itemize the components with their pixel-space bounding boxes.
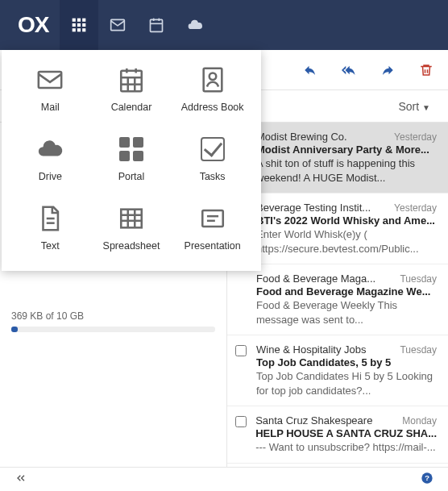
svg-rect-10 xyxy=(151,19,163,31)
message-preview: --- Want to unsubscribe? https://mail-..… xyxy=(255,440,437,455)
launcher-spreadsheet[interactable]: Spreadsheet xyxy=(91,205,172,252)
trash-icon xyxy=(419,63,433,77)
message-subject: BTI's 2022 World Whisky and Ame... xyxy=(256,214,437,227)
message-row[interactable]: Food & Beverage Maga...TuesdayFood and B… xyxy=(227,264,448,335)
app-launcher-panel: Mail Calendar Address Book Drive Portal … xyxy=(2,50,261,271)
sort-button[interactable]: Sort▼ xyxy=(398,100,430,113)
footer-bar: ? xyxy=(0,467,448,491)
reply-all-icon xyxy=(342,63,356,77)
delete-button[interactable] xyxy=(419,63,433,77)
quota-text: 369 KB of 10 GB xyxy=(11,310,215,322)
help-button[interactable]: ? xyxy=(421,472,433,487)
topbar: OX xyxy=(0,0,448,50)
svg-rect-7 xyxy=(77,28,81,31)
message-preview: A shit ton of stuff is happening this we… xyxy=(256,156,437,185)
cloud-icon xyxy=(36,135,64,163)
message-subject: HELP HOUSE A SANTA CRUZ SHA... xyxy=(255,427,437,439)
launcher-label: Portal xyxy=(118,171,145,182)
cloud-icon xyxy=(187,17,203,33)
message-subject: Modist Anniversary Party & More... xyxy=(256,144,437,156)
message-preview: Food & Beverage Weekly This message was … xyxy=(256,298,437,327)
presentation-icon xyxy=(199,205,226,232)
grid-icon xyxy=(71,17,87,33)
launcher-label: Text xyxy=(41,240,60,252)
launcher-label: Mail xyxy=(41,102,60,113)
address-book-icon xyxy=(199,66,226,94)
reply-all-button[interactable] xyxy=(342,63,356,77)
svg-rect-0 xyxy=(73,19,76,22)
quota-bar xyxy=(11,327,215,332)
collapse-sidebar-button[interactable] xyxy=(15,472,27,487)
launcher-portal[interactable]: Portal xyxy=(91,135,172,182)
message-sender: Food & Beverage Maga... xyxy=(256,273,375,285)
svg-rect-4 xyxy=(77,23,81,27)
tasks-icon xyxy=(201,137,225,161)
spreadsheet-icon xyxy=(118,205,145,232)
reply-button[interactable] xyxy=(303,63,317,77)
launcher-drive[interactable]: Drive xyxy=(10,135,91,182)
launcher-label: Presentation xyxy=(185,240,241,252)
svg-rect-29 xyxy=(121,210,142,228)
chevron-double-left-icon xyxy=(15,472,27,485)
help-icon: ? xyxy=(421,472,433,485)
message-date: Monday xyxy=(402,415,437,427)
launcher-address-book[interactable]: Address Book xyxy=(172,66,253,113)
message-sender: Beverage Testing Instit... xyxy=(256,202,371,214)
message-sender: Modist Brewing Co. xyxy=(256,131,347,143)
message-date: Yesterday xyxy=(394,202,437,214)
launcher-label: Tasks xyxy=(200,171,226,182)
svg-rect-18 xyxy=(121,71,142,92)
message-row[interactable]: Santa Cruz ShakespeareMondayHELP HOUSE A… xyxy=(227,406,448,464)
message-row[interactable]: Wine & Hospitality JobsTuesdayTop Job Ca… xyxy=(227,335,448,406)
chevron-down-icon: ▼ xyxy=(422,103,430,112)
mail-icon xyxy=(110,17,126,33)
message-subject: Food and Beverage Magazine We... xyxy=(256,285,437,298)
message-sender: Wine & Hospitality Jobs xyxy=(256,343,367,356)
launcher-label: Calendar xyxy=(111,102,152,113)
message-date: Yesterday xyxy=(394,131,437,143)
svg-rect-17 xyxy=(39,72,61,88)
mail-app-button[interactable] xyxy=(98,0,137,50)
calendar-icon xyxy=(148,17,164,33)
message-sender: Santa Cruz Shakespeare xyxy=(255,414,372,427)
message-date: Tuesday xyxy=(400,273,437,285)
svg-rect-3 xyxy=(73,23,76,27)
launcher-presentation[interactable]: Presentation xyxy=(172,205,253,252)
message-subject: Top Job Candidates, 5 by 5 xyxy=(256,356,437,368)
quota-fill xyxy=(11,327,18,332)
svg-text:?: ? xyxy=(425,474,429,482)
calendar-icon xyxy=(118,66,145,94)
brand-logo[interactable]: OX xyxy=(18,12,48,38)
svg-rect-8 xyxy=(83,28,86,31)
message-preview: Enter World Whisk(e)y ( https://secure.b… xyxy=(256,227,437,256)
mail-icon xyxy=(36,66,64,94)
launcher-mail[interactable]: Mail xyxy=(10,66,91,113)
drive-app-button[interactable] xyxy=(176,0,214,50)
svg-rect-5 xyxy=(83,23,86,27)
launcher-label: Address Book xyxy=(181,102,244,113)
portal-icon xyxy=(119,137,143,161)
reply-icon xyxy=(303,63,317,77)
forward-icon xyxy=(380,63,395,77)
svg-rect-1 xyxy=(77,19,81,22)
svg-rect-34 xyxy=(202,210,223,227)
document-icon xyxy=(36,205,64,232)
message-preview: Top Job Candidates Hi 5 by 5 Looking for… xyxy=(256,369,437,397)
app-launcher-button[interactable] xyxy=(60,0,98,50)
calendar-app-button[interactable] xyxy=(137,0,176,50)
launcher-label: Drive xyxy=(39,171,62,182)
message-checkbox[interactable] xyxy=(235,345,247,356)
launcher-label: Spreadsheet xyxy=(103,240,160,252)
svg-rect-2 xyxy=(83,19,86,22)
launcher-text[interactable]: Text xyxy=(10,205,91,252)
svg-rect-6 xyxy=(73,28,76,31)
launcher-calendar[interactable]: Calendar xyxy=(91,66,172,113)
message-date: Tuesday xyxy=(400,344,437,356)
forward-button[interactable] xyxy=(380,63,395,77)
launcher-tasks[interactable]: Tasks xyxy=(172,135,253,182)
message-checkbox[interactable] xyxy=(235,416,247,427)
svg-point-26 xyxy=(209,73,216,81)
